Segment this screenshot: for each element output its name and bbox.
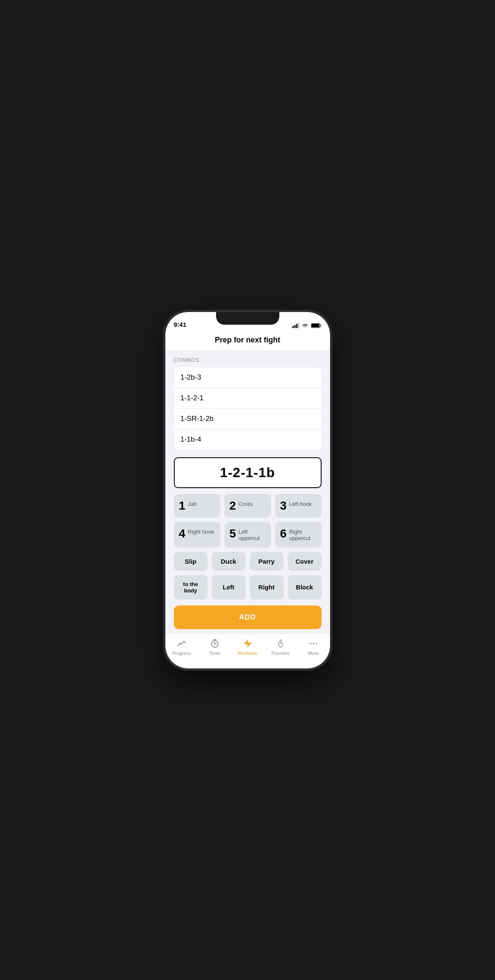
svg-marker-10 bbox=[244, 639, 252, 648]
combo-display-text: 1-2-1-1b bbox=[220, 465, 275, 480]
mod-btn-to-the-body[interactable]: to the body bbox=[174, 575, 208, 600]
tab-punches[interactable]: Punches bbox=[264, 638, 297, 656]
combo-item[interactable]: 1-SR-1-2b bbox=[174, 409, 322, 429]
num-btn-1-number: 1 bbox=[179, 500, 186, 512]
mod-btn-cover[interactable]: Cover bbox=[288, 552, 322, 571]
svg-point-13 bbox=[316, 643, 317, 644]
wifi-icon bbox=[302, 323, 308, 328]
svg-rect-0 bbox=[292, 326, 294, 328]
num-btn-3-number: 3 bbox=[280, 500, 287, 512]
scroll-content[interactable]: COMBOS 1-2b-3 1-1-2-1 1-SR-1-2b 1-1b-4 1… bbox=[165, 351, 330, 633]
numpad-grid: 1 Jab 2 Cross 3 Left hook 4 Right hook bbox=[174, 494, 322, 548]
tab-workouts[interactable]: Workouts bbox=[231, 638, 264, 656]
num-btn-2-number: 2 bbox=[230, 500, 236, 512]
num-btn-6-number: 6 bbox=[280, 528, 287, 540]
svg-rect-3 bbox=[298, 323, 299, 328]
notch bbox=[216, 312, 279, 325]
builder-section: 1-2-1-1b 1 Jab 2 Cross 3 Left hook bbox=[165, 451, 330, 633]
mod-btn-duck[interactable]: Duck bbox=[212, 552, 246, 571]
tab-timer-label: Timer bbox=[209, 651, 221, 656]
num-btn-4[interactable]: 4 Right hook bbox=[174, 522, 220, 548]
status-time: 9:41 bbox=[174, 321, 187, 328]
punches-icon bbox=[275, 638, 286, 649]
mod-btn-left[interactable]: Left bbox=[212, 575, 246, 600]
combo-display: 1-2-1-1b bbox=[174, 457, 322, 488]
num-btn-2[interactable]: 2 Cross bbox=[225, 494, 271, 518]
add-button[interactable]: ADD bbox=[174, 605, 322, 629]
num-btn-2-label: Cross bbox=[238, 500, 253, 508]
page-title: Prep for next fight bbox=[215, 336, 280, 344]
svg-rect-2 bbox=[296, 324, 298, 328]
num-btn-4-number: 4 bbox=[179, 528, 186, 540]
svg-rect-5 bbox=[311, 324, 319, 327]
num-btn-3-label: Left hook bbox=[289, 500, 312, 508]
progress-icon bbox=[176, 638, 187, 649]
combo-item[interactable]: 1-1b-4 bbox=[174, 429, 322, 450]
tab-more-label: More bbox=[308, 651, 319, 656]
num-btn-1[interactable]: 1 Jab bbox=[174, 494, 220, 518]
phone-frame: 9:41 bbox=[165, 312, 330, 668]
modifier-grid-row1: Slip Duck Parry Cover bbox=[174, 552, 322, 571]
signal-icon bbox=[292, 323, 299, 328]
more-icon bbox=[308, 638, 319, 649]
tab-progress-label: Progress bbox=[172, 651, 191, 656]
tab-workouts-label: Workouts bbox=[238, 651, 257, 656]
num-btn-6[interactable]: 6 Right uppercut bbox=[275, 522, 322, 548]
num-btn-5[interactable]: 5 Left uppercut bbox=[225, 522, 271, 548]
modifier-grid-row2: to the body Left Right Block bbox=[174, 575, 322, 600]
svg-rect-1 bbox=[294, 325, 295, 328]
tab-timer[interactable]: Timer bbox=[198, 638, 231, 656]
mod-btn-block[interactable]: Block bbox=[288, 575, 322, 600]
num-btn-1-label: Jab bbox=[188, 500, 197, 508]
mod-btn-right[interactable]: Right bbox=[250, 575, 284, 600]
num-btn-5-label: Left uppercut bbox=[238, 528, 265, 542]
num-btn-4-label: Right hook bbox=[188, 528, 214, 535]
svg-point-12 bbox=[313, 643, 314, 644]
combo-list: 1-2b-3 1-1-2-1 1-SR-1-2b 1-1b-4 bbox=[174, 367, 322, 450]
combo-item[interactable]: 1-1-2-1 bbox=[174, 388, 322, 409]
header: Prep for next fight bbox=[165, 331, 330, 351]
battery-icon bbox=[311, 323, 322, 328]
tab-progress[interactable]: Progress bbox=[165, 638, 198, 656]
tab-bar: Progress Timer bbox=[165, 633, 330, 668]
num-btn-3[interactable]: 3 Left hook bbox=[275, 494, 322, 518]
status-icons bbox=[292, 323, 322, 328]
combo-item[interactable]: 1-2b-3 bbox=[174, 367, 322, 388]
svg-point-11 bbox=[310, 643, 311, 644]
num-btn-6-label: Right uppercut bbox=[289, 528, 316, 542]
screen: 9:41 bbox=[165, 312, 330, 668]
tab-punches-label: Punches bbox=[271, 651, 289, 656]
mod-btn-parry[interactable]: Parry bbox=[250, 552, 284, 571]
workouts-icon bbox=[242, 638, 253, 649]
tab-more[interactable]: More bbox=[297, 638, 330, 656]
combos-section: COMBOS 1-2b-3 1-1-2-1 1-SR-1-2b 1-1b-4 bbox=[165, 351, 330, 451]
num-btn-5-number: 5 bbox=[230, 528, 236, 540]
timer-icon bbox=[209, 638, 220, 649]
mod-btn-slip[interactable]: Slip bbox=[174, 552, 208, 571]
combos-label: COMBOS bbox=[174, 357, 322, 363]
